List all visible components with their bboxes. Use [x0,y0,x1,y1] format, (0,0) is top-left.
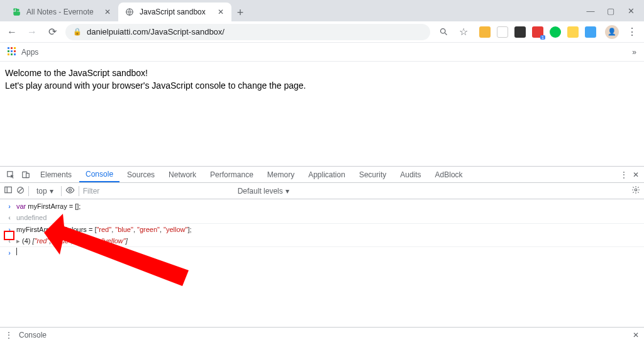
forward-button[interactable]: → [25,25,39,39]
close-window-button[interactable]: ✕ [626,6,635,16]
apps-label[interactable]: Apps [21,48,38,57]
devtools-tab-adblock[interactable]: AdBlock [429,167,469,182]
apps-icon[interactable] [8,47,18,57]
devtools-tabbar: Elements Console Sources Network Perform… [0,167,644,183]
page-text: Let's play around with your browser's Ja… [5,80,639,91]
svg-rect-5 [26,173,30,177]
browser-tab-strip: All Notes - Evernote ✕ JavaScript sandbo… [0,0,644,21]
page-text: Welcome to the JavaScript sandbox! [5,68,639,78]
close-icon[interactable]: ✕ [103,8,112,16]
omnibox[interactable]: 🔒 danielpuiatti.com/JavaScript-sandbox/ [65,24,430,40]
svg-line-2 [445,33,447,35]
console-body[interactable]: › var myFirstArray = []; ‹ undefined › m… [0,199,644,342]
input-chevron-icon: › [6,201,13,211]
clear-console-icon[interactable] [16,186,25,196]
extension-icons: 1 [477,26,599,38]
close-icon[interactable]: ✕ [216,8,225,16]
back-button[interactable]: ← [5,25,19,39]
extension-icon[interactable]: 1 [532,26,543,38]
globe-icon [125,7,135,17]
eye-icon[interactable] [65,185,75,197]
devtools-tab-application[interactable]: Application [302,167,352,182]
drawer-tab-console[interactable]: Console [19,331,47,339]
lock-icon: 🔒 [73,28,82,36]
svg-rect-6 [5,187,12,192]
device-icon[interactable] [19,170,33,179]
tab-evernote[interactable]: All Notes - Evernote ✕ [5,3,118,21]
minimize-button[interactable]: ― [586,6,595,16]
console-input-line: › myFirstArrayOfColours = ["red", "blue"… [0,224,644,235]
devtools-tab-sources[interactable]: Sources [121,167,161,182]
inspect-icon[interactable] [4,170,18,179]
kebab-icon[interactable]: ⋮ [5,331,13,339]
extension-icon[interactable] [514,26,526,38]
page-content: Welcome to the JavaScript sandbox! Let's… [0,62,644,97]
extension-icon[interactable] [497,26,508,38]
devtools-drawer: ⋮ Console ✕ [0,327,644,342]
console-input-line: › var myFirstArray = []; [0,201,644,212]
chevron-right-icon[interactable]: » [632,48,636,57]
gear-icon[interactable] [631,185,640,196]
input-chevron-icon: › [6,248,13,258]
tab-title: JavaScript sandbox [140,8,211,16]
svg-point-10 [69,189,71,191]
console-output-line: ‹ undefined [0,212,644,224]
devtools-tab-security[interactable]: Security [353,167,392,182]
filter-input[interactable]: Filter [83,187,234,196]
context-selector[interactable]: top▾ [33,187,57,196]
devtools-tab-network[interactable]: Network [162,167,203,182]
menu-icon[interactable]: ⋮ [625,25,639,39]
output-chevron-icon: ‹ [6,212,13,223]
maximize-button[interactable]: ▢ [606,6,615,16]
extension-icon[interactable] [479,26,491,38]
console-prompt[interactable]: › [0,247,644,258]
console-output-line: ‹ ▸ (4) ["red", "blue", "green", "yellow… [0,235,644,247]
log-level-selector[interactable]: Default levels▾ [238,187,289,196]
chevron-down-icon: ▾ [286,187,289,196]
close-icon[interactable]: ✕ [633,170,639,179]
devtools-tab-console[interactable]: Console [79,167,119,182]
reload-button[interactable]: ⟳ [45,25,59,39]
tab-js-sandbox[interactable]: JavaScript sandbox ✕ [118,3,231,21]
svg-point-1 [440,29,445,34]
extension-icon[interactable] [585,26,596,38]
devtools-panel: Elements Console Sources Network Perform… [0,166,644,342]
svg-point-11 [635,189,637,191]
sidebar-toggle-icon[interactable] [4,185,13,196]
url-text: danielpuiatti.com/JavaScript-sandbox/ [87,27,225,36]
close-icon[interactable]: ✕ [633,331,639,339]
devtools-tab-performance[interactable]: Performance [204,167,260,182]
window-controls: ― ▢ ✕ [577,0,644,21]
console-toolbar: top▾ Filter Default levels▾ [0,183,644,199]
tab-title: All Notes - Evernote [26,8,98,16]
kebab-icon[interactable]: ⋮ [620,170,628,179]
bookmark-bar: Apps » [0,43,644,62]
devtools-tab-elements[interactable]: Elements [34,167,78,182]
address-bar-row: ← → ⟳ 🔒 danielpuiatti.com/JavaScript-san… [0,21,644,43]
extension-icon[interactable] [567,26,579,38]
devtools-tab-memory[interactable]: Memory [261,167,301,182]
new-tab-button[interactable]: + [231,4,249,21]
devtools-tab-audits[interactable]: Audits [394,167,427,182]
extension-icon[interactable] [550,26,561,38]
search-icon[interactable] [436,25,450,39]
avatar[interactable]: 👤 [605,25,619,39]
annotation-highlight [4,231,14,240]
svg-line-9 [18,188,23,192]
star-icon[interactable]: ☆ [457,25,470,39]
evernote-icon [11,7,21,17]
chevron-down-icon: ▾ [50,187,53,196]
